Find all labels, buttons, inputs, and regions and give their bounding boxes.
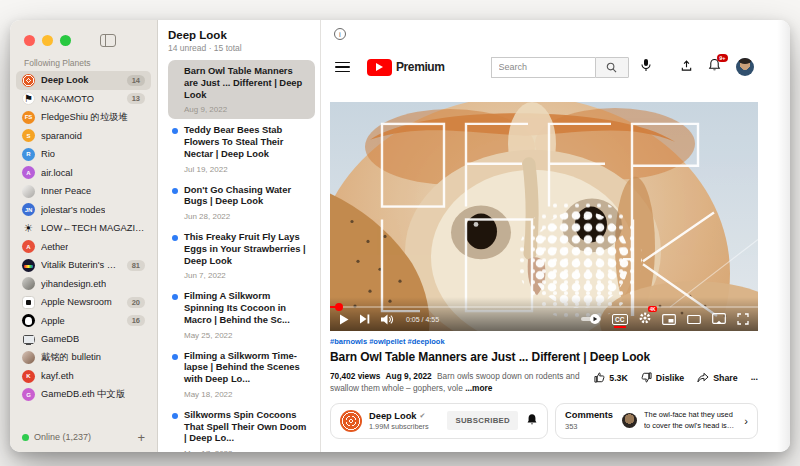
youtube-play-icon <box>367 59 392 76</box>
unread-dot <box>172 128 178 134</box>
expand-comments-chevron-icon[interactable]: › <box>744 415 748 427</box>
search-button[interactable] <box>595 57 629 78</box>
hashtag-links[interactable]: #barnowls #owlpellet #deeplook <box>330 337 758 346</box>
play-button[interactable] <box>339 314 349 325</box>
close-button[interactable] <box>24 35 35 46</box>
article-list-item[interactable]: This Freaky Fruit Fly Lays Eggs in Your … <box>168 226 315 285</box>
show-more-link[interactable]: ...more <box>465 383 492 393</box>
unread-count-badge: 14 <box>127 75 145 86</box>
scrollbar[interactable] <box>777 20 790 452</box>
article-date: Jun 7, 2022 <box>184 271 307 280</box>
minimize-button[interactable] <box>42 35 53 46</box>
autoplay-toggle[interactable] <box>581 314 601 324</box>
webview-panel: i Premium <box>321 20 790 452</box>
planet-name: LOW←TECH MAGAZINE <box>41 223 145 233</box>
planet-name: Deep Look <box>41 75 89 85</box>
video-player[interactable]: 0:05 / 4:55 CC <box>330 102 758 331</box>
publish-date: Aug 9, 2022 <box>386 371 432 381</box>
planet-list: Deep Look 14 ⚑ NAKAMOTO 13 FS FledgeShiu… <box>10 71 157 404</box>
gear-icon <box>639 312 651 324</box>
unread-count-badge: 13 <box>127 93 145 104</box>
account-avatar[interactable] <box>736 58 754 76</box>
sidebar-item-planet[interactable]: JN jolestar's nodes <box>16 201 151 220</box>
add-planet-button[interactable]: + <box>137 433 145 442</box>
subtitles-button[interactable]: CC <box>612 314 628 325</box>
article-list-item[interactable]: Silkworms Spin Cocoons That Spell Their … <box>168 404 315 452</box>
like-button[interactable]: 5.3K <box>594 372 628 383</box>
sidebar-item-planet[interactable]: K kayf.eth <box>16 367 151 386</box>
zoom-button[interactable] <box>60 35 71 46</box>
article-list-item[interactable]: Teddy Bear Bees Stab Flowers To Steal Th… <box>168 119 315 178</box>
planet-icon: K <box>22 370 35 383</box>
youtube-premium-logo[interactable]: Premium <box>367 59 445 76</box>
planet-name: Rio <box>41 149 55 159</box>
player-controls: 0:05 / 4:55 CC <box>330 297 758 331</box>
planet-icon <box>22 314 35 327</box>
sidebar-item-planet[interactable]: Apple Newsroom 20 <box>16 293 151 312</box>
planet-name: yihandesign.eth <box>41 279 106 289</box>
article-list-item[interactable]: Filming A Silkworm Spinning Its Cocoon i… <box>168 285 315 344</box>
dislike-button[interactable]: Dislike <box>641 372 684 383</box>
sidebar-item-planet[interactable]: GameDB <box>16 330 151 349</box>
fullscreen-button[interactable] <box>737 313 749 325</box>
sidebar-item-planet[interactable]: 戴铭的 bulletin <box>16 349 151 368</box>
sidebar-item-planet[interactable]: yihandesign.eth <box>16 275 151 294</box>
more-actions-button[interactable]: ... <box>751 372 758 382</box>
voice-search-icon[interactable] <box>640 58 652 76</box>
settings-button[interactable]: 4K <box>639 310 651 328</box>
planet-name: 戴铭的 bulletin <box>41 351 101 364</box>
miniplayer-button[interactable] <box>662 314 676 325</box>
online-status-icon <box>22 434 29 441</box>
comments-count: 353 <box>565 422 613 431</box>
cast-button[interactable] <box>712 313 726 325</box>
theater-mode-button[interactable] <box>687 314 701 325</box>
sidebar-footer: Online (1,237) + <box>10 424 157 452</box>
sidebar-item-planet[interactable]: Deep Look 14 <box>16 71 151 90</box>
notifications-bell-icon[interactable]: 9+ <box>708 58 721 76</box>
titlebar <box>10 20 157 52</box>
article-date: May 18, 2022 <box>184 390 307 399</box>
upload-icon[interactable] <box>680 58 693 76</box>
planet-icon <box>22 74 35 87</box>
sidebar-item-planet[interactable]: FS FledgeShiu 的垃圾堆 <box>16 108 151 127</box>
sidebar-item-planet[interactable]: Apple 16 <box>16 312 151 331</box>
article-title: Filming A Silkworm Spinning Its Cocoon i… <box>184 290 307 325</box>
unread-dot <box>172 294 178 300</box>
toggle-sidebar-icon[interactable] <box>100 34 116 47</box>
share-button[interactable]: Share <box>697 372 737 383</box>
sidebar-section-label: Following Planets <box>10 52 157 71</box>
sidebar-item-planet[interactable]: A air.local <box>16 164 151 183</box>
article-list: Barn Owl Table Manners are Just ... Diff… <box>168 60 315 452</box>
sidebar-item-planet[interactable]: G GameDB.eth 中文版 <box>16 386 151 405</box>
unread-count-badge: 20 <box>127 297 145 308</box>
search-input[interactable] <box>491 57 595 78</box>
article-date: Aug 9, 2022 <box>184 105 307 114</box>
sidebar-item-planet[interactable]: A Aether <box>16 238 151 257</box>
unread-dot <box>172 413 178 419</box>
subscribed-button[interactable]: SUBSCRIBED <box>447 411 518 430</box>
sidebar-item-planet[interactable]: Inner Peace <box>16 182 151 201</box>
article-list-panel: Deep Look 14 unread · 15 total Barn Owl … <box>158 20 321 452</box>
article-list-item[interactable]: Filming a Silkworm Time-lapse | Behind t… <box>168 345 315 404</box>
sidebar-item-planet[interactable]: Vitalik Buterin's we... 81 <box>16 256 151 275</box>
planet-icon: ☀ <box>22 222 35 235</box>
comments-card[interactable]: Comments 353 The owl-face hat they used … <box>555 403 758 439</box>
time-display: 0:05 / 4:55 <box>406 316 439 323</box>
sidebar-item-planet[interactable]: ☀ LOW←TECH MAGAZINE <box>16 219 151 238</box>
dislike-label: Dislike <box>656 373 684 383</box>
menu-icon[interactable] <box>335 62 350 73</box>
volume-icon[interactable] <box>381 314 394 325</box>
channel-notifications-bell-icon[interactable] <box>526 412 538 430</box>
progress-bar[interactable] <box>330 306 758 309</box>
channel-logo[interactable] <box>340 410 362 432</box>
article-list-item[interactable]: Don't Go Chasing Water Bugs | Deep Look … <box>168 179 315 227</box>
sidebar-item-planet[interactable]: R Rio <box>16 145 151 164</box>
page-info-button[interactable]: i <box>334 28 346 40</box>
planet-icon <box>22 333 35 346</box>
sidebar-item-planet[interactable]: S sparanoid <box>16 127 151 146</box>
sidebar-item-planet[interactable]: ⚑ NAKAMOTO 13 <box>16 90 151 109</box>
next-button[interactable] <box>360 314 370 324</box>
planet-name: Vitalik Buterin's we... <box>41 260 121 270</box>
channel-info[interactable]: Deep Look ✔ 1.99M subscribers <box>369 411 429 431</box>
article-list-item[interactable]: Barn Owl Table Manners are Just ... Diff… <box>168 60 315 119</box>
